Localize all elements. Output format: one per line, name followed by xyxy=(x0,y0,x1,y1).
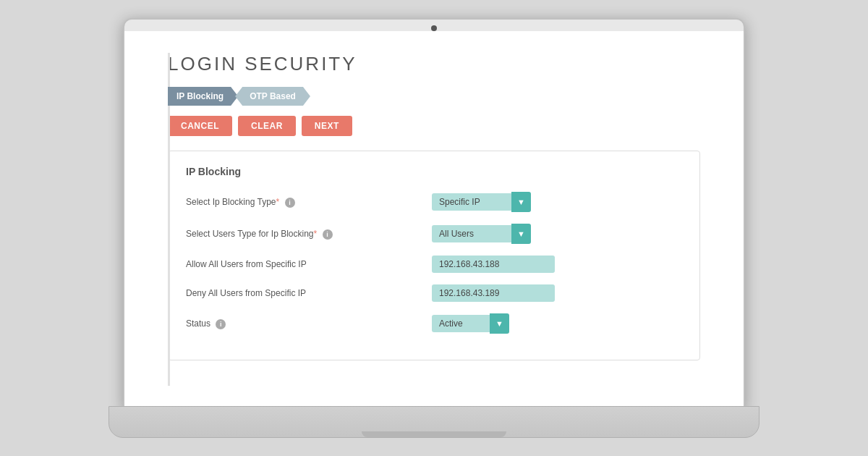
laptop-bezel: LOGIN SECURITY IP Blocking OTP Based CAN… xyxy=(123,18,745,409)
page-content: LOGIN SECURITY IP Blocking OTP Based CAN… xyxy=(124,31,744,408)
step-otp-based[interactable]: OTP Based xyxy=(235,87,310,106)
users-type-select[interactable]: All Users Specific Users xyxy=(432,225,511,242)
users-type-arrow[interactable]: ▼ xyxy=(511,224,531,244)
form-row-deny-ip: Deny All Users from Specific IP xyxy=(186,284,682,302)
form-row-users-type: Select Users Type for Ip Blocking* i All… xyxy=(186,224,682,244)
laptop-shell: LOGIN SECURITY IP Blocking OTP Based CAN… xyxy=(109,18,760,438)
label-allow-ip: Allow All Users from Specific IP xyxy=(186,259,432,269)
next-button[interactable]: NEXT xyxy=(302,116,352,136)
deny-ip-input[interactable] xyxy=(432,284,555,302)
form-row-blocking-type: Select Ip Blocking Type* i Specific IP I… xyxy=(186,192,682,212)
label-status: Status i xyxy=(186,318,432,329)
button-row: CANCEL CLEAR NEXT xyxy=(168,116,700,136)
allow-ip-control xyxy=(432,256,555,273)
status-arrow[interactable]: ▼ xyxy=(490,313,509,334)
step-ip-blocking[interactable]: IP Blocking xyxy=(168,87,238,106)
form-card: IP Blocking Select Ip Blocking Type* i S… xyxy=(168,151,700,360)
form-row-allow-ip: Allow All Users from Specific IP xyxy=(186,256,682,273)
blocking-type-select[interactable]: Specific IP IP Range xyxy=(432,193,511,211)
clear-button[interactable]: CLEAR xyxy=(238,116,296,136)
blocking-type-control: Specific IP IP Range ▼ xyxy=(432,192,531,212)
laptop-base xyxy=(109,406,760,438)
users-type-control: All Users Specific Users ▼ xyxy=(432,224,531,244)
page-title: LOGIN SECURITY xyxy=(168,53,700,75)
form-card-title: IP Blocking xyxy=(186,166,682,177)
stepper: IP Blocking OTP Based xyxy=(168,87,700,106)
form-row-status: Status i Active Inactive ▼ xyxy=(186,313,682,334)
allow-ip-input[interactable] xyxy=(432,256,555,273)
info-icon-status[interactable]: i xyxy=(216,319,226,329)
status-select[interactable]: Active Inactive xyxy=(432,315,490,332)
info-icon-users-type[interactable]: i xyxy=(323,229,333,240)
deny-ip-control xyxy=(432,284,555,302)
camera xyxy=(431,25,437,31)
status-control: Active Inactive ▼ xyxy=(432,313,509,334)
info-icon-blocking-type[interactable]: i xyxy=(285,198,295,208)
blocking-type-arrow[interactable]: ▼ xyxy=(511,192,531,212)
step1-label: IP Blocking xyxy=(176,91,224,101)
step2-label: OTP Based xyxy=(250,91,296,101)
label-users-type: Select Users Type for Ip Blocking* i xyxy=(186,229,432,240)
label-blocking-type: Select Ip Blocking Type* i xyxy=(186,197,432,208)
label-deny-ip: Deny All Users from Specific IP xyxy=(186,288,432,298)
laptop-screen: LOGIN SECURITY IP Blocking OTP Based CAN… xyxy=(124,31,744,408)
cancel-button[interactable]: CANCEL xyxy=(168,116,232,136)
